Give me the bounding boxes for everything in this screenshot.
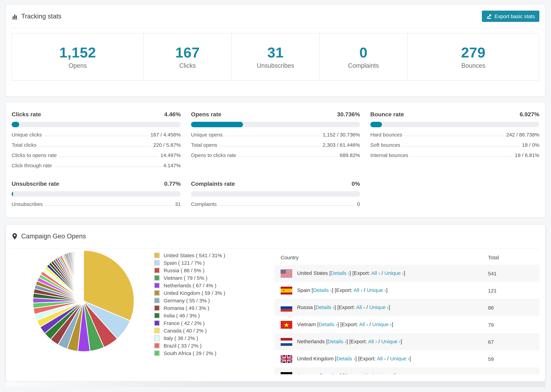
details-link[interactable]: Details › [321,372,340,374]
details-link[interactable]: Details › [319,321,338,327]
legend-swatch [154,328,160,334]
flag-icon-us [281,269,292,277]
country-column-header: Country [275,250,488,265]
legend-item-russia: Russia ( 86 / 5% ) [154,267,275,273]
export-all-link[interactable]: All › [359,321,368,327]
details-link[interactable]: Details › [313,287,332,293]
legend-swatch [154,305,160,311]
summary-stats-row: 1,152Opens167Clicks31Unsubscribes0Compla… [12,33,539,81]
export-all-link[interactable]: All › [377,355,386,361]
export-all-link[interactable]: All › [361,372,370,374]
legend-item-brazil: Brazil ( 33 / 2% ) [154,343,275,349]
geo-body: United States ( 541 / 31% )Spain ( 121 /… [6,248,545,374]
header-divider [11,28,540,28]
rate-detail-row: Click through rate4.147% [12,162,181,168]
table-row-united-states: United States [Details ›] [Export: All ›… [275,265,539,282]
legend-swatch [154,267,160,273]
legend-swatch [154,343,160,349]
dotted-leader [59,156,158,157]
export-unique-link[interactable]: Unique › [367,287,386,293]
country-name: Germany [297,372,318,374]
export-unique-link[interactable]: Unique › [375,372,394,374]
country-total: 67 [488,333,539,350]
progress-fill [12,122,19,127]
flag-icon-gb [281,355,292,363]
stat-label: Bounces [461,62,485,70]
rate-value: 4.46% [164,111,181,118]
export-unique-link[interactable]: Unique › [369,304,389,310]
export-unique-link[interactable]: Unique › [390,355,410,361]
bar-chart-icon [12,13,18,19]
rate-title: Bounce rate [370,111,404,118]
map-pin-icon [12,233,18,240]
legend-swatch [154,260,160,266]
rate-detail-row: Internal bounces19 / 6.81% [370,152,539,158]
flag-icon-nl [281,338,292,346]
flag-icon-ru [281,304,292,311]
rate-panel-clicks: Clicks rate4.46%Unique clicks167 / 4.456… [12,111,181,168]
progress-track [370,122,539,127]
legend-item-south-africa: South Africa ( 29 / 2% ) [154,350,275,356]
table-row-netherlands: Netherlands [Details ›] [Export: All › /… [275,333,539,350]
details-link[interactable]: Details › [316,304,334,310]
legend-label: South Africa ( 29 / 2% ) [164,351,216,356]
table-row-united-kingdom: United Kingdom [Details ›] [Export: All … [275,350,539,367]
legend-label: Italy ( 36 / 2% ) [164,336,198,341]
legend-item-canada: Canada ( 40 / 2% ) [154,328,275,334]
legend-label: Canada ( 40 / 2% ) [164,328,207,333]
page-bottom-strip [6,381,545,387]
country-total: 121 [488,282,539,299]
geo-country-table: Country Total United States [Details ›] … [275,250,539,374]
legend-swatch [154,283,160,288]
dotted-leader [54,167,161,167]
progress-fill [370,122,382,127]
export-all-link[interactable]: All › [368,338,377,344]
export-unique-link[interactable]: Unique › [381,338,401,344]
legend-label: Germany ( 55 / 3% ) [164,298,210,303]
country-total: 55 [488,367,539,374]
table-row-spain: Spain [Details ›] [Export: All › / Uniqu… [275,282,539,299]
legend-item-vietnam: Vietnam ( 79 / 5% ) [154,275,275,281]
legend-item-italy: Italy ( 36 / 2% ) [154,335,275,341]
details-link[interactable]: Details › [331,270,350,276]
legend-item-spain: Spain ( 121 / 7% ) [154,260,275,266]
geo-title: Campaign Geo Opens [21,233,86,240]
legend-swatch [154,252,160,258]
rates-grid: Clicks rate4.46%Unique clicks167 / 4.456… [6,102,545,217]
summary-stat-bounces: 279Bounces [407,33,539,81]
summary-stat-unsubscribes: 31Unsubscribes [231,33,320,81]
legend-swatch [154,320,160,326]
export-unique-link[interactable]: Unique › [384,270,404,276]
details-link[interactable]: Details › [336,355,355,361]
export-all-link[interactable]: All › [356,304,365,310]
details-link[interactable]: Details › [327,338,346,344]
progress-track [12,191,181,197]
rate-value: 6.927% [520,111,539,118]
summary-stat-complaints: 0Complaints [319,33,408,81]
legend-swatch [154,313,160,318]
legend-swatch [154,298,160,303]
flag-icon-es [281,287,292,294]
export-basic-stats-button[interactable]: Export basic stats [482,11,539,22]
export-unique-link[interactable]: Unique › [372,321,392,327]
dotted-leader [44,136,148,136]
legend-swatch [154,350,160,356]
flag-icon-de [281,372,292,374]
legend-label: Brazil ( 33 / 2% ) [164,343,202,348]
table-row-germany: Germany [Details ›] [Export: All › / Uni… [275,367,539,374]
page: Tracking stats Export basic stats 1,152O… [0,0,551,387]
export-all-link[interactable]: All › [353,287,362,293]
export-all-link[interactable]: All › [371,270,380,276]
stat-label: Opens [69,62,87,70]
pie-legend: United States ( 541 / 31% )Spain ( 121 /… [154,252,275,374]
rate-title: Complaints rate [191,181,235,188]
table-row-russia: Russia [Details ›] [Export: All › / Uniq… [275,299,539,316]
legend-label: Romania ( 49 / 3% ) [164,305,209,311]
rate-detail-row: Soft bounces18 / 0% [370,142,539,148]
dotted-leader [219,146,320,147]
country-name: Spain [297,287,310,293]
rate-panel-opens: Opens rate30.736%Unique opens1,152 / 30.… [191,111,360,168]
progress-track [191,191,360,197]
rate-detail-row: Unique clicks167 / 4.456% [12,132,181,138]
geo-pie-chart [32,250,135,352]
